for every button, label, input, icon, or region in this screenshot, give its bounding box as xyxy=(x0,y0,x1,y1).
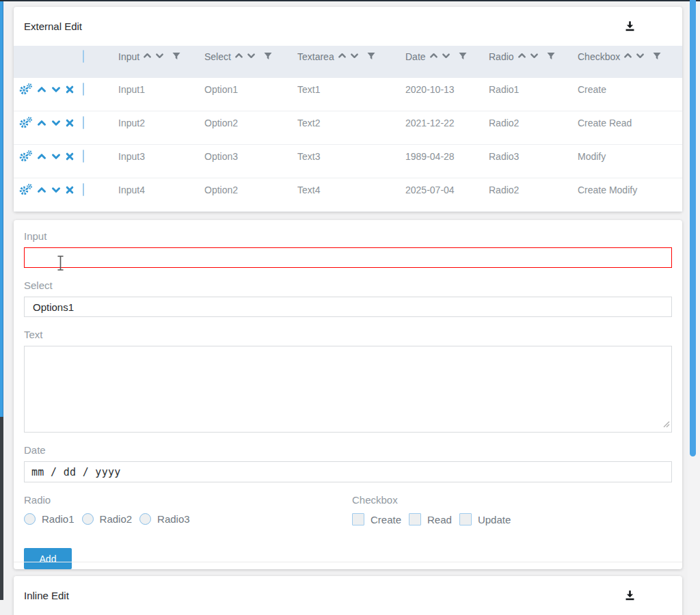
radio-option-label: Radio1 xyxy=(42,513,75,525)
move-down-icon[interactable] xyxy=(51,185,61,195)
cell-date: 2020-10-13 xyxy=(405,84,489,95)
cell-checkbox: Create Read xyxy=(578,118,682,128)
input-field-label: Input xyxy=(24,230,672,243)
cell-checkbox: Create Modify xyxy=(578,184,682,195)
checkbox-create[interactable] xyxy=(352,513,364,525)
download-icon[interactable] xyxy=(622,19,637,34)
sort-asc-icon[interactable] xyxy=(623,51,632,62)
column-label: Checkbox xyxy=(578,51,620,62)
cell-date: 2025-07-04 xyxy=(405,184,489,195)
textarea-field[interactable] xyxy=(24,346,672,433)
move-up-icon[interactable] xyxy=(37,152,46,161)
add-button[interactable]: Add xyxy=(24,548,72,569)
sort-desc-icon[interactable] xyxy=(530,51,539,62)
delete-row-icon[interactable] xyxy=(66,85,74,94)
cell-checkbox: Modify xyxy=(578,151,682,162)
cell-radio: Radio1 xyxy=(489,84,578,95)
column-label: Date xyxy=(405,51,426,62)
delete-row-icon[interactable] xyxy=(66,119,74,127)
row-settings-icon[interactable] xyxy=(19,184,32,195)
sort-desc-icon[interactable] xyxy=(636,51,645,62)
radio-radio2[interactable] xyxy=(82,513,94,525)
cell-radio: Radio2 xyxy=(489,118,578,128)
select-field[interactable]: Options1 xyxy=(24,297,672,317)
input-field[interactable] xyxy=(24,247,672,268)
delete-row-icon[interactable] xyxy=(66,186,74,194)
vertical-scrollbar-thumb[interactable] xyxy=(690,0,696,456)
radio-option-label: Radio3 xyxy=(157,513,190,525)
select-field-label: Select xyxy=(24,279,672,292)
column-label: Radio xyxy=(489,51,514,62)
radio-group: Radio Radio1 Radio2 Radio3 xyxy=(24,493,352,525)
checkbox-option-label: Read xyxy=(427,514,452,525)
cell-input: Input1 xyxy=(118,84,204,95)
sort-desc-icon[interactable] xyxy=(350,51,359,62)
move-down-icon[interactable] xyxy=(51,85,61,94)
cell-select: Option2 xyxy=(204,184,297,195)
table-row: Input1 Option1 Text1 2020-10-13 Radio1 C… xyxy=(14,78,682,111)
filter-icon[interactable] xyxy=(653,51,661,62)
delete-row-icon[interactable] xyxy=(66,152,74,161)
download-icon[interactable] xyxy=(622,588,637,603)
radio-group-label: Radio xyxy=(24,493,352,507)
checkbox-group: Checkbox Create Read Update xyxy=(352,493,518,525)
table-row: Input2 Option2 Text2 2021-12-22 Radio2 C… xyxy=(14,111,682,145)
kebab-menu-icon[interactable] xyxy=(648,588,663,603)
text-field-label: Text xyxy=(24,328,672,342)
cell-input: Input3 xyxy=(118,151,204,162)
sort-asc-icon[interactable] xyxy=(234,51,243,62)
filter-icon[interactable] xyxy=(172,51,180,62)
row-checkbox[interactable] xyxy=(83,83,84,96)
sort-desc-icon[interactable] xyxy=(155,51,164,62)
sort-asc-icon[interactable] xyxy=(143,51,152,62)
column-header-date: Date xyxy=(405,51,489,62)
cell-date: 1989-04-28 xyxy=(405,151,489,162)
sort-desc-icon[interactable] xyxy=(442,51,450,62)
cell-select: Option1 xyxy=(204,84,297,95)
sort-asc-icon[interactable] xyxy=(338,51,347,62)
radio-option-label: Radio2 xyxy=(100,513,133,525)
date-placeholder: mm / dd / yyyy xyxy=(31,466,121,478)
move-up-icon[interactable] xyxy=(37,85,46,94)
row-settings-icon[interactable] xyxy=(19,83,32,95)
move-down-icon[interactable] xyxy=(51,152,61,161)
table-header-row: Input Select Textarea Date Radio xyxy=(14,46,682,78)
date-field[interactable]: mm / dd / yyyy xyxy=(24,461,672,482)
column-label: Input xyxy=(118,51,139,62)
column-header-radio: Radio xyxy=(489,51,578,62)
resize-grip-icon[interactable] xyxy=(662,418,670,430)
row-checkbox[interactable] xyxy=(83,150,84,163)
date-field-label: Date xyxy=(24,443,672,457)
sort-desc-icon[interactable] xyxy=(247,51,256,62)
move-up-icon[interactable] xyxy=(37,118,46,128)
move-up-icon[interactable] xyxy=(37,185,46,195)
cell-checkbox: Create xyxy=(578,84,682,95)
filter-icon[interactable] xyxy=(367,51,375,62)
sort-asc-icon[interactable] xyxy=(429,51,438,62)
checkbox-read[interactable] xyxy=(409,513,421,525)
inline-edit-header: Inline Edit xyxy=(14,576,682,615)
table-row: Input4 Option2 Text4 2025-07-04 Radio2 C… xyxy=(14,178,682,212)
radio-radio3[interactable] xyxy=(139,513,151,525)
column-header-input: Input xyxy=(118,51,204,62)
filter-icon[interactable] xyxy=(459,51,467,62)
column-label: Select xyxy=(204,51,231,62)
external-edit-header: External Edit xyxy=(14,7,682,46)
filter-icon[interactable] xyxy=(264,51,272,62)
row-checkbox[interactable] xyxy=(83,183,84,196)
kebab-menu-icon[interactable] xyxy=(648,19,663,34)
cell-select: Option2 xyxy=(204,118,297,128)
filter-icon[interactable] xyxy=(547,51,555,62)
row-settings-icon[interactable] xyxy=(19,117,32,128)
sort-asc-icon[interactable] xyxy=(517,51,526,62)
select-all-checkbox[interactable] xyxy=(83,50,84,63)
radio-radio1[interactable] xyxy=(24,513,36,525)
left-edge-dark xyxy=(0,417,3,600)
row-checkbox[interactable] xyxy=(83,116,84,129)
row-settings-icon[interactable] xyxy=(19,150,32,162)
card-title: Inline Edit xyxy=(24,590,69,601)
window-top-border xyxy=(0,0,700,1)
checkbox-update[interactable] xyxy=(459,513,472,525)
cell-radio: Radio3 xyxy=(489,151,578,162)
move-down-icon[interactable] xyxy=(51,118,61,128)
